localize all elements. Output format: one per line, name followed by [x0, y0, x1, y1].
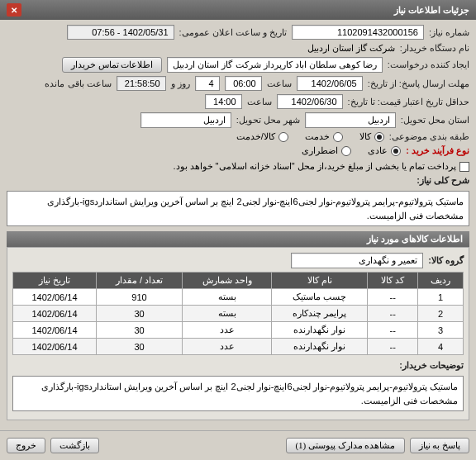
need-number-value: 1102091432000156 — [292, 25, 424, 40]
group-label: گروه کالا: — [428, 255, 464, 266]
col-code: کد کالا — [368, 273, 418, 289]
checkbox-treasury[interactable]: پرداخت تمام یا بخشی از مبلغ خرید،از محل … — [173, 161, 469, 172]
table-cell: 910 — [97, 289, 183, 306]
col-date: تاریخ نیاز — [13, 273, 97, 289]
city-label: شهر محل تحویل: — [236, 115, 300, 126]
checkbox-icon — [459, 162, 469, 172]
radio-icon — [374, 132, 384, 142]
price-deadline-time-label: ساعت — [247, 97, 272, 107]
requester-value: رضا کوهی سلطان اباد کارپرداز شرکت گاز اس… — [167, 57, 382, 73]
requester-label: ایجاد کننده درخواست: — [388, 59, 469, 70]
need-number-label: شماره نیاز: — [429, 27, 469, 38]
notes-label: توضیحات خریدار: — [399, 360, 464, 371]
footer-bar: پاسخ به نیاز مشاهده مدارک پیوستی (1) باز… — [0, 430, 476, 460]
announce-label: تاریخ و ساعت اعلان عمومی: — [179, 27, 287, 38]
table-cell: 4 — [418, 339, 464, 355]
radio-icon — [341, 146, 351, 156]
radio-icon — [333, 132, 343, 142]
window-title: جزئیات اطلاعات نیاز — [394, 5, 469, 16]
group-value: تعمیر و نگهداری — [291, 253, 423, 268]
table-row[interactable]: 4--نوار نگهدارندهعدد301402/06/14 — [13, 339, 464, 355]
close-icon[interactable]: ✕ — [7, 3, 21, 17]
process-label: نوع فرآیند خرید : — [406, 145, 469, 156]
radio-goods-service[interactable]: کالا/خدمت — [236, 131, 288, 142]
table-cell: -- — [368, 322, 418, 339]
table-cell: 2 — [418, 306, 464, 322]
days-label: روز و — [171, 78, 190, 89]
table-cell: بسته — [183, 306, 272, 322]
table-cell: نوار نگهدارنده — [272, 322, 368, 339]
attachments-button[interactable]: مشاهده مدارک پیوستی (1) — [286, 438, 404, 453]
buyer-value: شرکت گاز استان اردبیل — [307, 43, 395, 54]
table-row[interactable]: 2--پرایمر چندکارهبسته301402/06/14 — [13, 306, 464, 322]
col-name: نام کالا — [272, 273, 368, 289]
table-cell: 1402/06/14 — [13, 306, 97, 322]
buyer-label: نام دستگاه خریدار: — [400, 43, 469, 54]
col-row: ردیف — [418, 273, 464, 289]
price-deadline-label: حداقل تاریخ اعتبار قیمت: تا تاریخ: — [348, 97, 469, 107]
table-cell: 1402/06/14 — [13, 339, 97, 355]
remain-label: ساعت باقی مانده — [45, 78, 111, 89]
back-button[interactable]: بازگشت — [50, 438, 99, 453]
table-cell: -- — [368, 339, 418, 355]
table-cell: 30 — [97, 339, 183, 355]
table-row[interactable]: 1--چسب ماستیکبسته9101402/06/14 — [13, 289, 464, 306]
table-cell: 1402/06/14 — [13, 289, 97, 306]
radio-normal[interactable]: عادی — [368, 145, 401, 156]
radio-goods[interactable]: کالا — [359, 131, 384, 142]
exit-button[interactable]: خروج — [7, 438, 45, 453]
table-cell: 3 — [418, 322, 464, 339]
radio-icon — [278, 132, 288, 142]
deadline-label: مهلت ارسال پاسخ: از تاریخ: — [368, 78, 469, 89]
main-content: شماره نیاز: 1102091432000156 تاریخ و ساع… — [0, 20, 476, 425]
deadline-time-label: ساعت — [267, 78, 292, 89]
contact-buyer-button[interactable]: اطلاعات تماس خریدار — [62, 57, 163, 73]
table-cell: -- — [368, 289, 418, 306]
table-header-row: ردیف کد کالا نام کالا واحد شمارش تعداد /… — [13, 273, 464, 289]
table-cell: 30 — [97, 306, 183, 322]
goods-section-header: اطلاعات کالاهای مورد نیاز — [7, 231, 469, 247]
remain-time: 21:58:50 — [117, 76, 166, 91]
table-cell: 1 — [418, 289, 464, 306]
desc-label: شرح کلی نیاز: — [416, 175, 469, 186]
table-cell: عدد — [183, 339, 272, 355]
table-cell: -- — [368, 306, 418, 322]
province-label: استان محل تحویل: — [401, 115, 469, 126]
radio-service[interactable]: خدمت — [305, 131, 343, 142]
respond-button[interactable]: پاسخ به نیاز — [410, 438, 470, 453]
table-body: 1--چسب ماستیکبسته9101402/06/142--پرایمر … — [13, 289, 464, 355]
notes-text: ماستیک پترولاتیوم-پرایمر پترولاتیوم-نوار… — [12, 376, 464, 411]
announce-value: 1402/05/31 - 07:56 — [67, 25, 174, 40]
city-value: اردبیل — [140, 112, 231, 128]
radio-icon — [391, 146, 401, 156]
table-cell: پرایمر چندکاره — [272, 306, 368, 322]
goods-panel: گروه کالا: تعمیر و نگهداری ردیف کد کالا … — [7, 247, 469, 420]
table-cell: نوار نگهدارنده — [272, 339, 368, 355]
deadline-date: 1402/06/05 — [297, 76, 363, 91]
col-qty: تعداد / مقدار — [97, 273, 183, 289]
radio-urgent[interactable]: اضطراری — [302, 145, 351, 156]
table-row[interactable]: 3--نوار نگهدارندهعدد301402/06/14 — [13, 322, 464, 339]
table-cell: 1402/06/14 — [13, 322, 97, 339]
col-unit: واحد شمارش — [183, 273, 272, 289]
category-label: طبقه بندی موضوعی: — [389, 131, 469, 142]
table-cell: عدد — [183, 322, 272, 339]
goods-table: ردیف کد کالا نام کالا واحد شمارش تعداد /… — [12, 272, 464, 355]
days-value: 4 — [195, 76, 220, 91]
table-cell: چسب ماستیک — [272, 289, 368, 306]
table-cell: بسته — [183, 289, 272, 306]
province-value: اردبیل — [305, 112, 396, 128]
price-deadline-date: 1402/06/30 — [277, 94, 343, 109]
titlebar: جزئیات اطلاعات نیاز ✕ — [0, 0, 476, 20]
desc-text: ماستیک پترولاتیوم-پرایمر پترولاتیوم-نوار… — [7, 191, 469, 226]
deadline-time: 06:00 — [225, 76, 262, 91]
table-cell: 30 — [97, 322, 183, 339]
price-deadline-time: 14:00 — [205, 94, 242, 109]
